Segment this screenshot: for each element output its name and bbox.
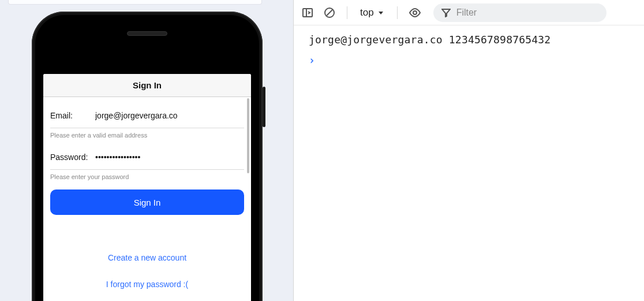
password-hint: Please enter your password [50, 170, 244, 186]
email-label: Email: [50, 111, 93, 120]
forgot-password-link[interactable]: I forgot my password :( [50, 280, 244, 289]
toolbar-separator [397, 6, 398, 19]
svg-marker-4 [379, 12, 383, 14]
password-label: Password: [50, 153, 93, 162]
device-frame: Sign In Email: Please enter a valid emai… [32, 12, 263, 301]
password-row: Password: [50, 144, 244, 170]
create-account-link[interactable]: Create a new account [50, 253, 244, 262]
svg-marker-6 [442, 9, 450, 17]
svg-point-5 [413, 11, 417, 14]
chevron-down-icon [377, 9, 384, 16]
console-log-line: jorge@jorgevergara.co 1234567898765432 [309, 34, 637, 46]
console-prompt[interactable]: › [309, 54, 637, 66]
simulator-pane: Sign In Email: Please enter a valid emai… [0, 0, 294, 301]
email-hint: Please enter a valid email address [50, 128, 244, 144]
page-title: Sign In [43, 74, 251, 97]
svg-line-3 [327, 10, 332, 16]
filter-box[interactable] [433, 3, 606, 22]
prompt-caret-icon: › [309, 53, 315, 66]
console-toolbar: top [294, 0, 644, 25]
page-title-text: Sign In [133, 80, 162, 90]
devtools-console: top jorge@jorgevergara.co 12345678987654… [294, 0, 644, 301]
app-screen: Sign In Email: Please enter a valid emai… [43, 74, 251, 301]
device-notch [32, 22, 263, 45]
toggle-sidebar-icon[interactable] [299, 5, 316, 21]
signin-button[interactable]: Sign In [50, 189, 244, 215]
console-output[interactable]: jorge@jorgevergara.co 1234567898765432 › [294, 25, 644, 301]
context-selector-label: top [360, 7, 374, 18]
device-side-button [263, 87, 265, 127]
signin-form: Email: Please enter a valid email addres… [43, 97, 251, 289]
simulator-frame-edge [8, 0, 262, 5]
device-speaker [127, 31, 167, 36]
email-field[interactable] [93, 111, 244, 120]
clear-console-icon[interactable] [321, 5, 338, 21]
password-field[interactable] [93, 153, 244, 162]
context-selector[interactable]: top [357, 7, 388, 18]
filter-input[interactable] [456, 8, 598, 18]
toolbar-separator [347, 6, 347, 19]
filter-icon [441, 8, 451, 17]
email-row: Email: [50, 103, 244, 128]
live-expression-icon[interactable] [407, 5, 423, 21]
scrollbar[interactable] [247, 98, 249, 173]
